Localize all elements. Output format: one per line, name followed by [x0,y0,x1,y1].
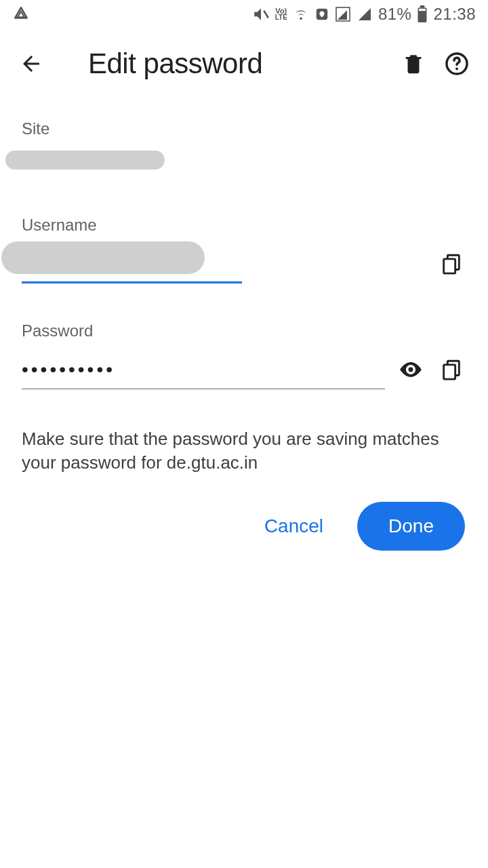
content: Site Username Password •••••••••• [0,87,488,551]
username-input[interactable] [22,244,242,283]
back-button[interactable] [16,49,46,79]
status-left [12,5,30,23]
svg-rect-4 [420,5,425,7]
delete-button[interactable] [399,49,428,79]
done-button[interactable]: Done [357,502,465,551]
svg-rect-9 [444,259,455,273]
svg-point-7 [455,68,458,71]
help-icon [444,51,470,77]
copy-icon [440,358,463,381]
password-field-group: Password •••••••••• [22,321,466,389]
trash-icon [402,52,425,75]
svg-rect-12 [444,365,455,379]
page-title: Edit password [60,47,385,80]
cancel-button[interactable]: Cancel [258,507,330,545]
copy-icon [440,252,463,275]
drive-icon [12,5,30,23]
site-value [22,148,466,178]
status-right: Vo)LTE 81% 21:38 [252,5,476,24]
volte-icon: Vo)LTE [275,7,287,21]
username-field-group: Username [22,216,466,283]
redacted-site [5,151,165,170]
app-badge-icon [314,7,329,22]
password-input[interactable]: •••••••••• [22,350,385,389]
signal1-icon [335,6,351,22]
copy-username-button[interactable] [436,249,466,279]
password-label: Password [22,321,466,340]
svg-point-10 [409,368,413,372]
status-bar: Vo)LTE 81% 21:38 [0,0,488,28]
signal2-icon [357,6,373,22]
wifi-icon [293,6,309,22]
action-row: Cancel Done [22,502,466,551]
site-label: Site [22,119,466,138]
mute-icon [252,5,270,23]
clock: 21:38 [433,5,476,24]
username-label: Username [22,216,466,235]
toggle-visibility-button[interactable] [396,355,426,384]
site-field-group: Site [22,119,466,178]
svg-rect-5 [420,9,426,11]
arrow-left-icon [19,52,43,76]
hint-text: Make sure that the password you are savi… [22,427,466,475]
copy-password-button[interactable] [436,355,466,384]
battery-pct: 81% [378,5,412,24]
svg-line-0 [264,11,268,18]
battery-icon [417,5,428,23]
app-bar: Edit password [0,28,488,87]
eye-icon [398,357,424,382]
help-button[interactable] [442,49,472,79]
